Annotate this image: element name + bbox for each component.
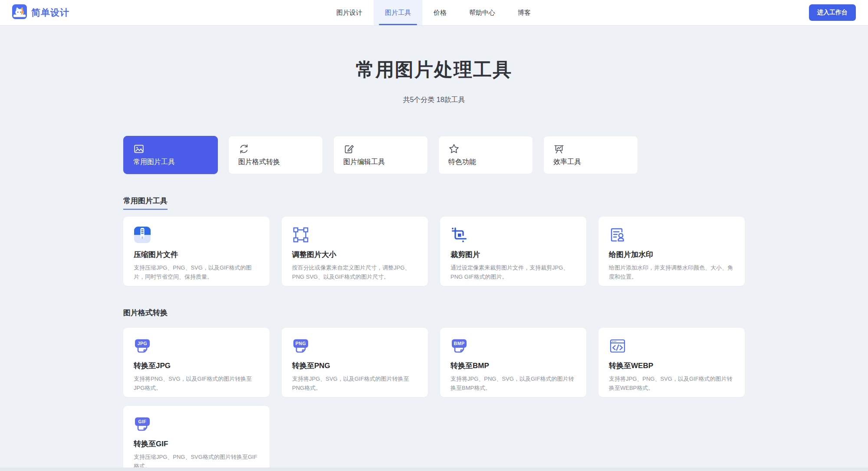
- brand-name: 简单设计: [31, 7, 69, 19]
- category-label: 图片格式转换: [238, 158, 322, 167]
- svg-text:PNG: PNG: [296, 341, 306, 346]
- tool-description: 按百分比或像素来自定义图片尺寸，调整JPG、PNG SVG、以及GIF格式的图片…: [292, 263, 418, 282]
- svg-text:GIF: GIF: [138, 419, 147, 424]
- edit-icon: [343, 143, 355, 155]
- image-icon: [133, 143, 145, 155]
- tool-section: 图片格式转换 JPG 转换至JPG 支持将PNG、SVG，以及GIF格式的图片转…: [123, 286, 745, 471]
- category-card[interactable]: 图片格式转换: [228, 136, 323, 174]
- top-navbar: 简单设计 图片设计 图片工具 价格 帮助中心 博客 进入工作台: [0, 0, 868, 25]
- tool-card[interactable]: 压缩图片文件 支持压缩JPG、PNG、SVG，以及GIF格式的图片，同时节省空间…: [123, 217, 270, 286]
- tool-description: 支持将JPG、SVG，以及GIF格式的图片转换至PNG格式。: [292, 375, 418, 393]
- page-title: 常用图片处理工具: [0, 57, 868, 82]
- category-label: 效率工具: [553, 158, 638, 167]
- tool-name: 调整图片大小: [292, 250, 418, 260]
- section-title: 常用图片工具: [123, 196, 168, 210]
- category-label: 图片编辑工具: [343, 158, 427, 167]
- category-card[interactable]: 效率工具: [543, 136, 638, 174]
- tool-description: 支持将JPG、PNG、SVG，以及GIF格式的图片转换至WEBP格式。: [609, 375, 734, 393]
- nav-item-价格[interactable]: 价格: [422, 0, 458, 25]
- nav-item-label: 图片工具: [385, 9, 411, 17]
- nav-item-博客[interactable]: 博客: [506, 0, 542, 25]
- tool-description: 支持压缩JPG、PNG、SVG，以及GIF格式的图片，同时节省空间、保持质量。: [134, 263, 259, 282]
- tool-card[interactable]: 转换至WEBP 支持将JPG、PNG、SVG，以及GIF格式的图片转换至WEBP…: [598, 328, 745, 397]
- tools-grid: JPG 转换至JPG 支持将PNG、SVG，以及GIF格式的图片转换至JPG格式…: [123, 328, 745, 471]
- cat-logo-icon: [12, 4, 27, 21]
- section-title: 图片格式转换: [123, 308, 168, 321]
- tool-name: 转换至PNG: [292, 361, 418, 371]
- watermark-icon: [609, 226, 734, 244]
- file-badge-icon: JPG: [134, 337, 259, 355]
- tool-card[interactable]: GIF 转换至GIF 支持压缩JPG、PNG、SVG格式的图片转换至GIF格式。: [123, 406, 270, 471]
- svg-text:JPG: JPG: [138, 341, 148, 346]
- tool-name: 转换至JPG: [134, 361, 259, 371]
- code-window-icon: [609, 337, 734, 355]
- tool-card[interactable]: JPG 转换至JPG 支持将PNG、SVG，以及GIF格式的图片转换至JPG格式…: [123, 328, 270, 397]
- tool-description: 支持将JPG、PNG、SVG，以及GIF格式的图片转换至BMP格式。: [450, 375, 576, 393]
- sync-icon: [238, 143, 250, 155]
- presentation-icon: [553, 143, 565, 155]
- page-subtitle: 共5个分类 18款工具: [0, 96, 868, 105]
- nav-item-label: 博客: [518, 9, 531, 17]
- tool-card[interactable]: PNG 转换至PNG 支持将JPG、SVG，以及GIF格式的图片转换至PNG格式…: [282, 328, 428, 397]
- tool-name: 转换至GIF: [134, 439, 259, 449]
- tool-card[interactable]: 给图片加水印 给图片添加水印，并支持调整水印颜色、大小、角度和位置。: [598, 217, 745, 286]
- file-badge-icon: PNG: [292, 337, 418, 355]
- tool-card[interactable]: 裁剪图片 通过设定像素来裁剪图片文件，支持裁剪JPG、PNG GIF格式的图片。: [440, 217, 586, 286]
- brand[interactable]: 简单设计: [12, 4, 69, 21]
- nav-item-图片工具[interactable]: 图片工具: [374, 0, 422, 25]
- nav-item-帮助中心[interactable]: 帮助中心: [458, 0, 506, 25]
- category-card[interactable]: 图片编辑工具: [333, 136, 428, 174]
- tool-sections: 常用图片工具 压缩图片文件 支持压缩JPG、PNG、SVG，以及GIF格式的图片…: [123, 174, 745, 471]
- file-badge-icon: GIF: [134, 415, 259, 433]
- crop-icon: [450, 226, 576, 244]
- tool-name: 转换至BMP: [450, 361, 576, 371]
- compress-icon: [134, 226, 259, 244]
- tool-name: 压缩图片文件: [134, 250, 259, 260]
- file-badge-icon: BMP: [450, 337, 576, 355]
- tool-description: 支持将PNG、SVG，以及GIF格式的图片转换至JPG格式。: [134, 375, 259, 393]
- enter-workspace-button[interactable]: 进入工作台: [809, 4, 856, 21]
- svg-text:BMP: BMP: [454, 341, 465, 346]
- category-tabs: 常用图片工具 图片格式转换 图片编辑工具 特色功能 效率工具: [123, 136, 745, 174]
- star-icon: [448, 143, 460, 155]
- category-card[interactable]: 常用图片工具: [123, 136, 218, 174]
- tool-name: 转换至WEBP: [609, 361, 734, 371]
- tool-card[interactable]: 调整图片大小 按百分比或像素来自定义图片尺寸，调整JPG、PNG SVG、以及G…: [282, 217, 428, 286]
- tools-grid: 压缩图片文件 支持压缩JPG、PNG、SVG，以及GIF格式的图片，同时节省空间…: [123, 217, 745, 286]
- category-card[interactable]: 特色功能: [438, 136, 533, 174]
- nav-item-图片设计[interactable]: 图片设计: [325, 0, 374, 25]
- nav-item-label: 价格: [434, 9, 447, 17]
- tool-section: 常用图片工具 压缩图片文件 支持压缩JPG、PNG、SVG，以及GIF格式的图片…: [123, 174, 745, 286]
- tool-card[interactable]: BMP 转换至BMP 支持将JPG、PNG、SVG，以及GIF格式的图片转换至B…: [440, 328, 586, 397]
- nav-item-label: 帮助中心: [469, 9, 495, 17]
- category-label: 特色功能: [448, 158, 533, 167]
- nav-item-label: 图片设计: [336, 9, 362, 17]
- category-label: 常用图片工具: [133, 158, 217, 167]
- tool-description: 给图片添加水印，并支持调整水印颜色、大小、角度和位置。: [609, 263, 734, 282]
- footer-strip: [0, 468, 868, 471]
- tool-name: 给图片加水印: [609, 250, 734, 260]
- tool-description: 通过设定像素来裁剪图片文件，支持裁剪JPG、PNG GIF格式的图片。: [450, 263, 576, 282]
- tool-name: 裁剪图片: [450, 250, 576, 260]
- main-nav: 图片设计 图片工具 价格 帮助中心 博客: [325, 0, 542, 25]
- resize-icon: [292, 226, 418, 244]
